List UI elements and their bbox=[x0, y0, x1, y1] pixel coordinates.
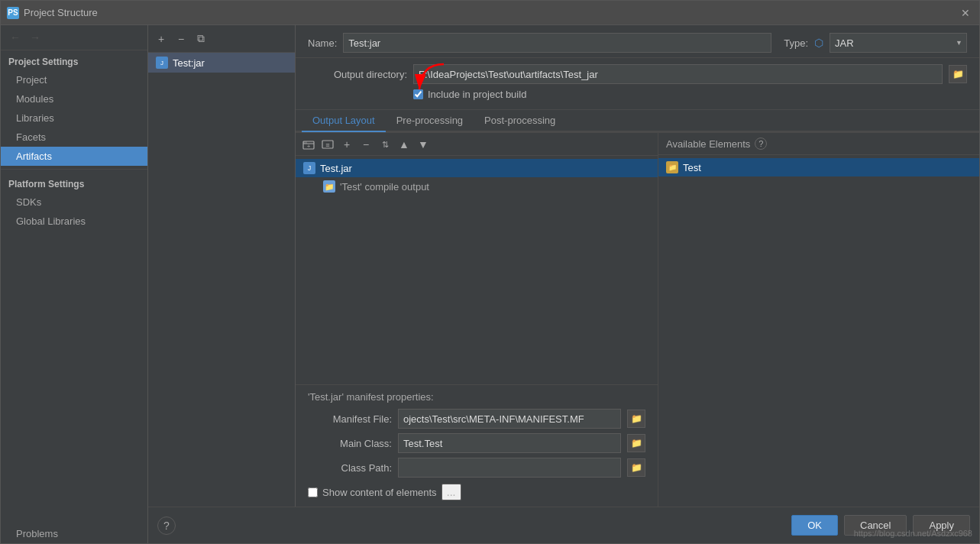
class-path-row: Class Path: 📁 bbox=[308, 458, 645, 478]
move-down-button[interactable]: ▼ bbox=[415, 136, 432, 153]
name-input[interactable] bbox=[343, 33, 771, 53]
output-dir-label: Output directory: bbox=[308, 69, 407, 80]
tab-output-layout[interactable]: Output Layout bbox=[302, 110, 386, 132]
name-type-section: Name: Type: ⬡ JAR WAR EAR bbox=[296, 25, 979, 58]
sidebar-item-sdks[interactable]: SDKs bbox=[1, 193, 147, 212]
class-path-browse-button[interactable]: 📁 bbox=[627, 458, 645, 477]
name-group: Name: bbox=[308, 33, 771, 53]
sidebar-item-libraries[interactable]: Libraries bbox=[1, 108, 147, 128]
name-type-row: Name: Type: ⬡ JAR WAR EAR bbox=[308, 33, 967, 53]
extract-button[interactable]: ≡ bbox=[319, 136, 336, 153]
tree-item-testjar[interactable]: J Test.jar bbox=[296, 159, 658, 177]
dir-browse-button[interactable]: 📁 bbox=[949, 65, 967, 83]
add-artifact-button[interactable]: + bbox=[153, 31, 170, 47]
create-dir-icon: + bbox=[302, 138, 315, 151]
class-path-label: Class Path: bbox=[308, 462, 392, 474]
jar-icon: J bbox=[156, 57, 168, 69]
available-item-label: Test bbox=[683, 162, 701, 173]
nav-arrows: ← → bbox=[1, 25, 147, 50]
class-path-input[interactable] bbox=[398, 458, 621, 478]
dialog-icon: PS bbox=[7, 7, 19, 19]
sidebar-item-artifacts[interactable]: Artifacts bbox=[1, 147, 147, 166]
help-icon[interactable]: ? bbox=[755, 138, 767, 150]
sort-button[interactable]: ⇅ bbox=[377, 136, 393, 153]
tab-post-processing[interactable]: Post-processing bbox=[474, 110, 566, 132]
main-content: ← → Project Settings Project Modules Lib… bbox=[1, 25, 979, 543]
back-arrow[interactable]: ← bbox=[7, 30, 24, 45]
sidebar-item-problems[interactable]: Problems bbox=[1, 524, 147, 543]
manifest-file-input[interactable] bbox=[398, 409, 621, 429]
main-class-browse-button[interactable]: 📁 bbox=[627, 434, 645, 452]
tab-pre-processing[interactable]: Pre-processing bbox=[386, 110, 474, 132]
artifact-item-label: Test:jar bbox=[173, 57, 205, 69]
manifest-section: 'Test.jar' manifest properties: Manifest… bbox=[296, 384, 658, 507]
artifact-list: J Test:jar bbox=[148, 53, 295, 73]
sidebar: ← → Project Settings Project Modules Lib… bbox=[1, 25, 148, 543]
checkbox-arrow-container bbox=[413, 89, 423, 99]
ellipsis-label: ... bbox=[447, 486, 456, 498]
tabs-bar: Output Layout Pre-processing Post-proces… bbox=[296, 110, 979, 132]
add-element-button[interactable]: + bbox=[338, 136, 355, 153]
sidebar-item-facets[interactable]: Facets bbox=[1, 128, 147, 147]
detail-column: Name: Type: ⬡ JAR WAR EAR bbox=[296, 25, 979, 507]
available-item-test[interactable]: 📁 Test bbox=[658, 158, 979, 176]
type-label: Type: bbox=[784, 37, 808, 49]
cancel-button[interactable]: Cancel bbox=[844, 515, 907, 536]
show-content-options-button[interactable]: ... bbox=[441, 484, 461, 500]
jar-type-icon: ⬡ bbox=[814, 37, 823, 49]
folder-tree-icon: 📁 bbox=[323, 180, 335, 193]
name-label: Name: bbox=[308, 37, 337, 49]
sort-icon: ⇅ bbox=[379, 138, 391, 151]
svg-text:≡: ≡ bbox=[325, 141, 329, 149]
manifest-file-label: Manifest File: bbox=[308, 413, 392, 425]
forward-arrow[interactable]: → bbox=[27, 30, 44, 45]
available-elements-header: Available Elements ? bbox=[658, 133, 979, 155]
manifest-title: 'Test.jar' manifest properties: bbox=[308, 391, 645, 403]
artifact-list-toolbar: + − ⧉ bbox=[148, 25, 295, 53]
show-content-label[interactable]: Show content of elements bbox=[322, 487, 437, 498]
ok-button[interactable]: OK bbox=[791, 515, 838, 536]
output-dir-input[interactable] bbox=[413, 64, 943, 84]
manifest-file-row: Manifest File: 📁 bbox=[308, 409, 645, 429]
tree-item-compile-output[interactable]: 📁 'Test' compile output bbox=[296, 177, 658, 196]
extract-icon: ≡ bbox=[322, 138, 334, 151]
sidebar-item-project[interactable]: Project bbox=[1, 70, 147, 89]
copy-artifact-button[interactable]: ⧉ bbox=[192, 31, 209, 47]
svg-text:⇅: ⇅ bbox=[382, 140, 389, 149]
sidebar-item-global-libraries[interactable]: Global Libraries bbox=[1, 212, 147, 231]
type-select-wrapper: JAR WAR EAR bbox=[830, 33, 967, 53]
available-elements-label: Available Elements bbox=[666, 138, 750, 150]
show-content-checkbox[interactable] bbox=[308, 487, 318, 497]
main-class-input[interactable] bbox=[398, 433, 621, 453]
manifest-browse-button[interactable]: 📁 bbox=[627, 410, 645, 428]
tree-item-label: Test.jar bbox=[320, 163, 352, 174]
content-area: + ≡ + − bbox=[296, 132, 979, 507]
help-section: ? bbox=[157, 516, 785, 535]
create-dir-button[interactable]: + bbox=[300, 136, 317, 153]
output-tree: J Test.jar 📁 'Test' compile output bbox=[296, 156, 658, 384]
remove-element-button[interactable]: − bbox=[357, 136, 374, 153]
help-button[interactable]: ? bbox=[157, 516, 176, 535]
artifact-list-item[interactable]: J Test:jar bbox=[148, 53, 295, 73]
sidebar-item-modules[interactable]: Modules bbox=[1, 89, 147, 108]
available-elements-panel: Available Elements ? 📁 Test bbox=[658, 133, 979, 507]
main-class-row: Main Class: 📁 bbox=[308, 433, 645, 453]
type-group: Type: ⬡ JAR WAR EAR bbox=[784, 33, 967, 53]
title-bar: PS Project Structure ✕ bbox=[1, 1, 979, 25]
platform-settings-label: Platform Settings bbox=[1, 173, 147, 193]
output-dir-section: Output directory: 📁 bbox=[296, 58, 979, 110]
available-list: 📁 Test bbox=[658, 155, 979, 507]
close-button[interactable]: ✕ bbox=[958, 5, 973, 21]
remove-artifact-button[interactable]: − bbox=[173, 31, 189, 47]
bottom-bar: ? OK Cancel Apply bbox=[148, 507, 979, 543]
apply-button[interactable]: Apply bbox=[913, 515, 970, 536]
move-up-button[interactable]: ▲ bbox=[396, 136, 412, 153]
project-structure-dialog: PS Project Structure ✕ ← → Project Setti… bbox=[0, 0, 980, 544]
type-select[interactable]: JAR WAR EAR bbox=[830, 33, 967, 53]
project-settings-label: Project Settings bbox=[1, 50, 147, 70]
sidebar-divider bbox=[1, 169, 147, 170]
main-class-label: Main Class: bbox=[308, 438, 392, 449]
dialog-title: Project Structure bbox=[24, 7, 958, 18]
include-checkbox-row: Include in project build bbox=[308, 89, 967, 100]
show-content-row: Show content of elements ... bbox=[308, 484, 645, 500]
